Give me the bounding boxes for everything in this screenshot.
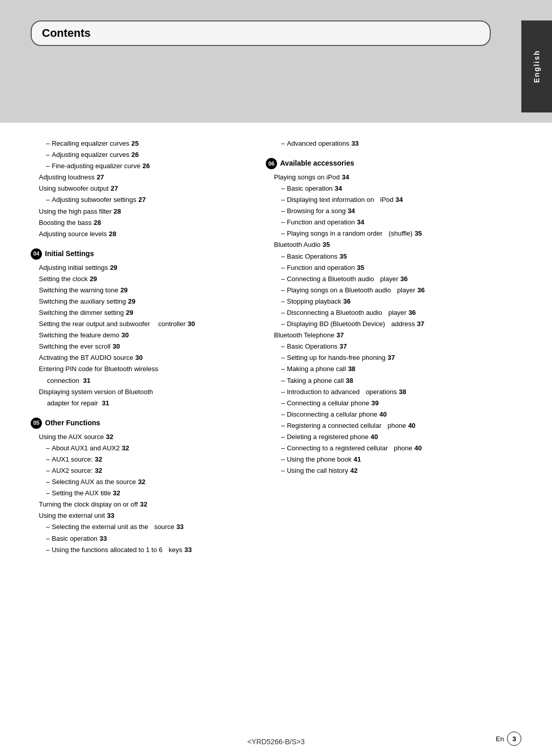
page-num: 36 — [343, 296, 350, 307]
list-item: Switching the warning tone 29 — [39, 285, 245, 296]
list-item: Adjusting source levels 28 — [39, 228, 245, 240]
left-column: – Recalling equalizer curves 25 – Adjust… — [31, 138, 245, 556]
page-num: 35 — [339, 251, 347, 262]
list-item: – Displaying BD (Bluetooth Device) addre… — [281, 318, 521, 330]
entry-text: Browsing for a song — [287, 205, 346, 217]
dash: – — [281, 296, 285, 307]
entry-text: About AUX1 and AUX2 — [52, 443, 120, 454]
entry-text: Switching the dimmer setting — [39, 307, 124, 318]
list-item: – Introduction to advanced operations 38 — [281, 386, 521, 398]
dash: – — [281, 138, 285, 149]
entry-text: Fine-adjusting equalizer curve — [52, 161, 140, 172]
page-num: 30 — [112, 341, 120, 352]
page-num: 34 — [348, 205, 355, 217]
entry-text: Recalling equalizer curves — [52, 138, 129, 149]
list-item: – Adjusting subwoofer settings 27 — [46, 194, 245, 205]
entry-text: Selecting the external unit as the — [52, 521, 148, 533]
dash: – — [281, 363, 285, 375]
list-item: Switching the feature demo 30 — [39, 330, 245, 341]
dash: – — [281, 420, 285, 431]
dash: – — [281, 205, 285, 217]
section-05-header: 05 Other Functions — [31, 417, 245, 429]
page-num: 33 — [351, 138, 358, 149]
dash: – — [281, 194, 285, 205]
page-num: 30 — [135, 352, 143, 363]
entry-text: Basic Operations — [287, 251, 337, 262]
dash: – — [281, 398, 285, 409]
page-num: 38 — [399, 386, 406, 398]
entry-text: Function and operation — [287, 262, 355, 273]
list-item: – Connecting a cellular phone 39 — [281, 398, 521, 409]
dash: – — [281, 273, 285, 285]
list-item: – About AUX1 and AUX2 32 — [46, 443, 245, 454]
entry-text: Connecting a Bluetooth audio — [287, 273, 374, 285]
entry-text: AUX1 source: — [52, 454, 93, 465]
page-num: 35 — [357, 262, 364, 273]
page-num: 40 — [379, 409, 386, 420]
section-05-sub-entries-2: – Selecting the external unit as the sou… — [31, 521, 245, 555]
page-num: 31 — [83, 377, 90, 384]
list-item: – Displaying text information on iPod 34 — [281, 194, 521, 205]
dash: – — [281, 465, 285, 476]
list-item: – Selecting AUX as the source 32 — [46, 476, 245, 488]
entry-continuation: operations — [360, 386, 397, 398]
dash: – — [46, 194, 50, 205]
entry-text: Boosting the bass — [39, 217, 91, 228]
footer: <YRD5266-B/S>3 — [0, 738, 552, 746]
entry-text: Registering a connected cellular — [287, 420, 381, 431]
page-num: 37 — [339, 341, 347, 352]
dash: – — [281, 386, 285, 398]
section-04-number: 04 — [31, 248, 42, 260]
page-num: 41 — [354, 454, 361, 465]
entry-continuation: connection — [39, 377, 79, 384]
list-item: – Using the functions allocated to 1 to … — [46, 544, 245, 556]
page-num: 42 — [350, 465, 357, 476]
list-item: Using the high pass filter 28 — [39, 206, 245, 217]
entry-text: Advanced operations — [287, 138, 349, 149]
page-num: 39 — [371, 398, 378, 409]
list-item: – Disconnecting a cellular phone 40 — [281, 409, 521, 420]
entry-text: Setting up for hands-free phoning — [287, 352, 385, 363]
footer-model: <YRD5266-B/S>3 — [247, 738, 305, 746]
dash: – — [281, 262, 285, 273]
sub-entries: – Adjusting subwoofer settings 27 — [31, 194, 245, 205]
list-item: – Fine-adjusting equalizer curve 26 — [46, 161, 245, 172]
entry-text: Introduction to advanced — [287, 386, 359, 398]
entry-text: Basic operation — [52, 533, 98, 544]
list-item: – Taking a phone call 38 — [281, 375, 521, 386]
normal-entries-2: Using the high pass filter 28 Boosting t… — [31, 206, 245, 240]
main-content: – Recalling equalizer curves 25 – Adjust… — [0, 128, 552, 576]
dash: – — [46, 533, 50, 544]
entry-text: Switching the auxiliary setting — [39, 296, 126, 307]
list-item: Switching the auxiliary setting 29 — [39, 296, 245, 307]
entry-continuation: phone — [388, 443, 412, 454]
entry-continuation: phone — [381, 420, 406, 431]
entry-text: Adjusting source levels — [39, 228, 107, 240]
page-num: 36 — [400, 273, 407, 285]
list-item: Turning the clock display on or off 32 — [39, 499, 245, 510]
list-item: – Playing songs in a random order (shuff… — [281, 228, 521, 239]
page-num: 32 — [138, 476, 145, 488]
page-num: 28 — [113, 206, 121, 217]
entry-text: Bluetooth Telephone — [274, 330, 334, 341]
list-item: – Basic operation 34 — [281, 183, 521, 194]
entry-text: Displaying system version of Bluetooth — [39, 388, 153, 396]
list-item: – Function and operation 34 — [281, 217, 521, 228]
list-item: Activating the BT AUDIO source 30 — [39, 352, 245, 363]
dash: – — [281, 409, 285, 420]
page-num: 32 — [95, 454, 102, 465]
page-num: 34 — [342, 172, 349, 183]
entry-text: Connecting to a registered cellular — [287, 443, 387, 454]
list-item: Using the AUX source 32 — [39, 431, 245, 443]
dash: – — [46, 443, 50, 454]
dash: – — [281, 217, 285, 228]
entry-continuation: controller — [150, 318, 186, 330]
entry-text: Basic operation — [287, 183, 333, 194]
list-item: – Basic Operations 37 — [281, 341, 521, 352]
entry-text: Disconnecting a cellular phone — [287, 409, 377, 420]
dash: – — [281, 375, 285, 386]
page-num: 38 — [348, 363, 355, 375]
entry-text: Using the high pass filter — [39, 206, 111, 217]
entry-text: Selecting AUX as the source — [52, 476, 136, 488]
section-05-entries: Using the AUX source 32 — [31, 431, 245, 443]
